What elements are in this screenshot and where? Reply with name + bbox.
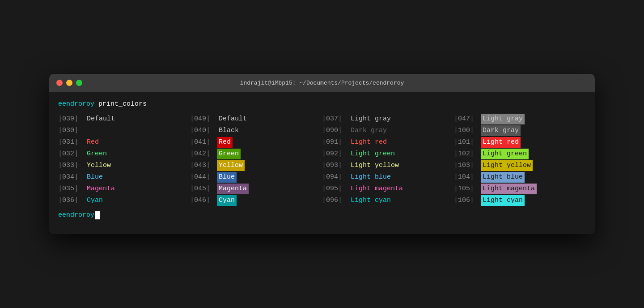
color-code: |106| <box>454 195 481 206</box>
color-row: |033| Yellow <box>58 160 190 171</box>
minimize-button[interactable] <box>66 80 72 86</box>
color-code: |044| <box>190 172 217 183</box>
color-label: Light cyan <box>481 195 525 206</box>
color-row: |101| Light red <box>454 137 586 148</box>
prompt-label: eendroroy <box>58 210 94 221</box>
color-code: |046| <box>190 195 217 206</box>
color-label: Yellow <box>217 160 245 171</box>
color-label: Light gray <box>349 114 393 124</box>
color-row: |093| Light yellow <box>322 160 454 171</box>
color-row: |045| Magenta <box>190 183 322 195</box>
color-row: |043| Yellow <box>190 160 322 171</box>
color-code: |105| <box>454 184 481 194</box>
color-row: |046| Cyan <box>190 195 322 206</box>
prompt-line: eendroroy <box>58 210 586 221</box>
color-code: |090| <box>322 125 349 136</box>
color-code: |033| <box>58 160 85 171</box>
color-row: |106| Light cyan <box>454 195 586 206</box>
color-code: |030| <box>58 125 85 136</box>
color-row: |037| Light gray <box>322 113 454 125</box>
color-code: |043| <box>190 160 217 171</box>
color-code: |034| <box>58 172 85 183</box>
color-row: |044| Blue <box>190 171 322 183</box>
color-code: |036| <box>58 195 85 206</box>
color-code: |101| <box>454 137 481 148</box>
color-label: Green <box>85 149 109 159</box>
color-row: |035| Magenta <box>58 183 190 195</box>
color-code: |040| <box>190 125 217 136</box>
color-label: Default <box>85 114 117 124</box>
color-row: |034| Blue <box>58 171 190 183</box>
color-label: Magenta <box>217 184 249 194</box>
color-label: Light cyan <box>349 195 393 206</box>
color-label: Green <box>217 149 241 159</box>
color-label: Light yellow <box>481 160 533 171</box>
color-label: Cyan <box>217 195 237 206</box>
color-label: Light gray <box>481 114 525 124</box>
color-column-col3: |037| Light gray|090| Dark gray|091| Lig… <box>322 113 454 206</box>
color-code: |032| <box>58 149 85 159</box>
close-button[interactable] <box>56 80 63 86</box>
color-label: Light yellow <box>349 160 401 171</box>
color-label: Red <box>217 137 233 148</box>
color-column-col4: |047| Light gray|100| Dark gray|101| Lig… <box>454 113 586 206</box>
color-label: Red <box>85 137 101 148</box>
color-code: |096| <box>322 195 349 206</box>
color-code: |100| <box>454 125 481 136</box>
color-row: |092| Light green <box>322 148 454 160</box>
terminal-window: indrajit@iMbp15: ~/Documents/Projects/ee… <box>49 74 595 234</box>
color-code: |092| <box>322 149 349 159</box>
color-code: |103| <box>454 160 481 171</box>
color-label: Yellow <box>85 160 113 171</box>
color-label: Light blue <box>481 172 525 183</box>
color-code: |104| <box>454 172 481 183</box>
command-line: eendroroy print_colors <box>58 99 586 110</box>
color-row: |049| Default <box>190 113 322 125</box>
color-column-col1: |039| Default|030| |031| Red|032| Green|… <box>58 113 190 206</box>
color-code: |037| <box>322 114 349 124</box>
color-code: |045| <box>190 184 217 194</box>
color-row: |090| Dark gray <box>322 125 454 137</box>
color-row: |040| Black <box>190 125 322 137</box>
color-row: |039| Default <box>58 113 190 125</box>
color-code: |035| <box>58 184 85 194</box>
color-label: Dark gray <box>349 125 389 136</box>
color-label: Black <box>217 125 241 136</box>
color-code: |039| <box>58 114 85 124</box>
color-row: |032| Green <box>58 148 190 160</box>
color-row: |095| Light magenta <box>322 183 454 195</box>
color-row: |036| Cyan <box>58 195 190 206</box>
color-code: |031| <box>58 137 85 148</box>
prompt-eendroroy: eendroroy <box>58 100 94 108</box>
color-row: |100| Dark gray <box>454 125 586 137</box>
color-label: Light red <box>349 137 389 148</box>
color-label: Light red <box>481 137 521 148</box>
color-label: Dark gray <box>481 125 521 136</box>
maximize-button[interactable] <box>76 80 82 86</box>
color-label: Magenta <box>85 184 117 194</box>
color-label: Cyan <box>85 195 105 206</box>
color-row: |031| Red <box>58 137 190 148</box>
command-text: print_colors <box>98 100 147 108</box>
color-row: |096| Light cyan <box>322 195 454 206</box>
cursor <box>95 211 100 219</box>
color-row: |091| Light red <box>322 137 454 148</box>
color-label: Light magenta <box>481 184 537 194</box>
color-code: |041| <box>190 137 217 148</box>
color-code: |102| <box>454 149 481 159</box>
titlebar: indrajit@iMbp15: ~/Documents/Projects/ee… <box>49 74 595 92</box>
color-label: Light green <box>481 149 529 159</box>
color-row: |047| Light gray <box>454 113 586 125</box>
color-code: |042| <box>190 149 217 159</box>
traffic-lights <box>56 80 82 86</box>
terminal-body[interactable]: eendroroy print_colors |039| Default|030… <box>49 92 595 234</box>
color-code: |094| <box>322 172 349 183</box>
color-code: |049| <box>190 114 217 124</box>
color-code: |095| <box>322 184 349 194</box>
color-row: |105| Light magenta <box>454 183 586 195</box>
color-row: |030| <box>58 125 190 137</box>
color-row: |104| Light blue <box>454 171 586 183</box>
color-label: Default <box>217 114 249 124</box>
color-row: |102| Light green <box>454 148 586 160</box>
color-row: |094| Light blue <box>322 171 454 183</box>
